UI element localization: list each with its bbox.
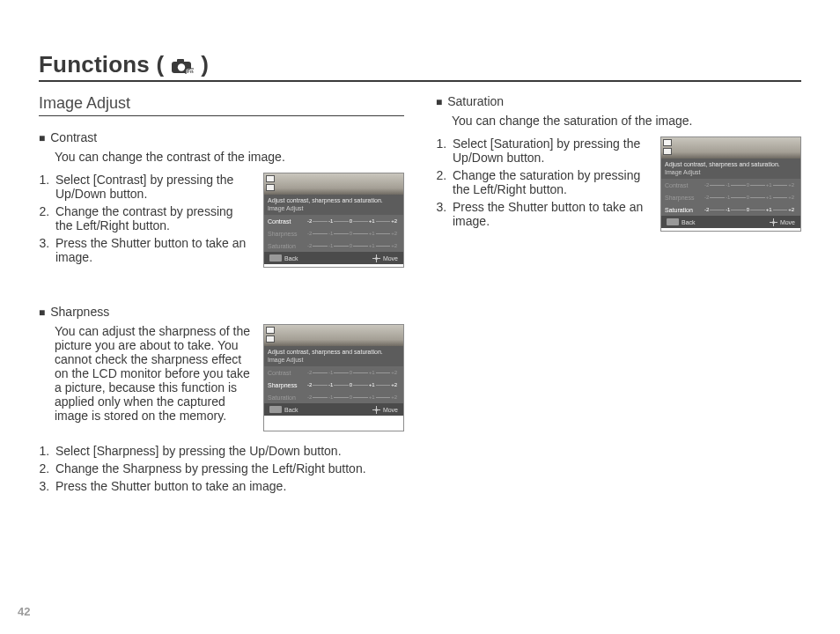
lcd-screenshot-saturation: Adjust contrast, sharpness and saturatio… (660, 136, 801, 232)
list-item: Select [Sharpness] by pressing the Up/Do… (53, 444, 404, 458)
dpad-icon (372, 254, 380, 262)
lcd-screenshot-sharpness: Adjust contrast, sharpness and saturatio… (263, 324, 404, 431)
dpad-icon (770, 218, 777, 226)
menu-button-icon (667, 218, 679, 225)
svg-point-2 (178, 63, 185, 70)
sharpness-steps: Select [Sharpness] by pressing the Up/Do… (53, 444, 404, 493)
lcd-banner-line2: Image Adjust (268, 356, 400, 364)
content-columns: Image Adjust ■ Contrast You can change t… (39, 94, 801, 497)
sharpness-desc: You can adjust the sharpness of the pict… (55, 324, 253, 423)
lcd-banner-line2: Image Adjust (665, 168, 797, 176)
saturation-desc: You can change the saturation of the ima… (452, 114, 769, 128)
contrast-steps: Select [Contrast] by pressing the Up/Dow… (53, 173, 253, 268)
page-title-suffix: ) (201, 51, 209, 78)
square-bullet-icon: ■ (436, 94, 442, 110)
list-item: Press the Shutter button to take an imag… (53, 479, 404, 493)
svg-text:Fn: Fn (188, 69, 195, 74)
square-bullet-icon: ■ (39, 305, 45, 321)
lcd-back-label: Back (284, 255, 298, 262)
page-title-prefix: Functions ( (39, 51, 164, 78)
list-item: Select [Saturation] by pressing the Up/D… (450, 136, 650, 165)
lcd-move-label: Move (383, 255, 398, 262)
lcd-banner-line1: Adjust contrast, sharpness and saturatio… (268, 196, 400, 204)
lcd-row-sharpness: Sharpness (264, 231, 301, 237)
saturation-steps: Select [Saturation] by pressing the Up/D… (450, 136, 650, 232)
lcd-banner-line1: Adjust contrast, sharpness and saturatio… (268, 348, 400, 356)
contrast-section: ■ Contrast You can change the contrast o… (39, 130, 404, 268)
page-title-row: Functions ( Fn ) (39, 51, 801, 82)
lcd-screenshot-contrast: Adjust contrast, sharpness and saturatio… (263, 173, 404, 268)
menu-button-icon (269, 406, 282, 413)
saturation-label: Saturation (447, 94, 504, 108)
lcd-banner-line2: Image Adjust (268, 204, 400, 212)
lcd-banner-line1: Adjust contrast, sharpness and saturatio… (665, 160, 797, 168)
menu-button-icon (269, 254, 282, 262)
contrast-desc: You can change the contrast of the image… (55, 150, 372, 164)
list-item: Press the Shutter button to take an imag… (450, 200, 650, 228)
left-column: Image Adjust ■ Contrast You can change t… (39, 94, 404, 497)
camera-fn-icon: Fn (171, 58, 194, 74)
square-bullet-icon: ■ (39, 130, 45, 146)
list-item: Press the Shutter button to take an imag… (53, 236, 253, 264)
dpad-icon (372, 406, 380, 414)
list-item: Change the saturation by pressing the Le… (450, 168, 650, 196)
contrast-label: Contrast (50, 130, 97, 144)
lcd-row-saturation: Saturation (264, 243, 301, 249)
svg-rect-1 (177, 59, 184, 63)
manual-page: Functions ( Fn ) Image Adjust ■ Contrast… (0, 0, 840, 634)
page-number: 42 (18, 605, 30, 618)
sharpness-label: Sharpness (50, 305, 109, 319)
list-item: Select [Contrast] by pressing the Up/Dow… (53, 173, 253, 201)
list-item: Change the contrast by pressing the Left… (53, 204, 253, 232)
section-heading: Image Adjust (39, 94, 404, 116)
saturation-section: ■ Saturation You can change the saturati… (436, 94, 801, 232)
lcd-row-contrast: Contrast (264, 218, 301, 225)
right-column: ■ Saturation You can change the saturati… (436, 94, 801, 497)
list-item: Change the Sharpness by pressing the Lef… (53, 461, 404, 476)
sharpness-section: ■ Sharpness You can adjust the sharpness… (39, 305, 404, 493)
